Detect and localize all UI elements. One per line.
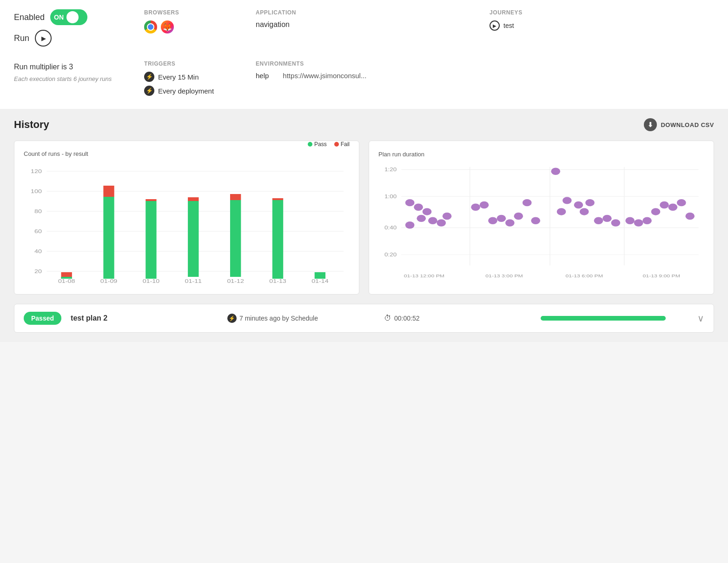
trigger-time: 7 minutes ago by Schedule — [239, 315, 318, 322]
trigger-item-1: ⚡ Every 15 Min — [144, 72, 246, 82]
toggle-circle — [66, 11, 79, 23]
svg-text:0:40: 0:40 — [384, 225, 397, 231]
charts-row: Count of runs - by result Pass Fail 120 — [14, 141, 714, 295]
svg-point-58 — [651, 208, 661, 215]
bar-01-10-fail — [146, 199, 156, 201]
bar-chart-svg: 120 100 80 60 40 20 — [24, 164, 350, 285]
run-item: Passed test plan 2 ⚡ 7 minutes ago by Sc… — [14, 304, 714, 333]
svg-text:1:00: 1:00 — [384, 194, 397, 199]
bar-01-12-fail — [230, 194, 241, 200]
journey-item: ▶ test — [490, 20, 714, 31]
environments-header: ENVIRONMENTS — [256, 60, 714, 67]
svg-text:01-09: 01-09 — [100, 278, 117, 284]
enabled-run-block: Enabled ON Run — [14, 9, 135, 47]
trigger-label-1: Every 15 Min — [158, 73, 199, 81]
svg-point-34 — [428, 217, 437, 224]
svg-point-62 — [685, 213, 695, 220]
top-section: Enabled ON Run BROWSERS APPLICATION navi… — [0, 0, 728, 60]
download-csv-label: DOWNLOAD CSV — [661, 121, 714, 128]
bar-chart-title: Count of runs - by result — [24, 150, 88, 157]
svg-point-35 — [437, 219, 446, 226]
passed-badge: Passed — [24, 312, 61, 325]
multiplier-title: Run multiplier is 3 — [14, 63, 135, 71]
duration-value: 00:00:52 — [394, 315, 420, 322]
run-play-button[interactable] — [35, 30, 52, 47]
svg-point-57 — [642, 217, 652, 224]
svg-point-60 — [668, 204, 678, 211]
chrome-icon — [144, 20, 157, 34]
svg-text:01-13 6:00 PM: 01-13 6:00 PM — [565, 273, 603, 278]
download-csv-button[interactable]: ⬇ DOWNLOAD CSV — [644, 118, 714, 131]
journey-name: test — [503, 22, 514, 29]
run-item-section: Passed test plan 2 ⚡ 7 minutes ago by Sc… — [0, 304, 728, 342]
svg-point-37 — [443, 213, 452, 220]
svg-point-46 — [551, 168, 560, 175]
svg-point-55 — [625, 217, 635, 224]
bar-chart-area: 120 100 80 60 40 20 — [24, 164, 350, 285]
svg-text:01-10: 01-10 — [143, 278, 159, 284]
svg-point-47 — [563, 197, 572, 204]
svg-point-43 — [514, 213, 523, 220]
svg-text:1:20: 1:20 — [384, 167, 397, 173]
progress-bar-container — [541, 316, 688, 321]
run-name: test plan 2 — [71, 314, 218, 322]
clock-icon: ⏱ — [384, 314, 391, 322]
svg-point-31 — [414, 204, 423, 211]
svg-point-32 — [423, 208, 432, 215]
scatter-chart-title: Plan run duration — [378, 151, 424, 158]
application-header: APPLICATION — [256, 9, 480, 16]
toggle-on-text: ON — [54, 13, 64, 21]
browsers-block: BROWSERS — [144, 9, 246, 47]
svg-point-36 — [405, 221, 415, 228]
legend-pass: Pass — [308, 141, 327, 147]
pass-label: Pass — [314, 141, 327, 147]
journeys-header: JOURNEYS — [490, 9, 714, 16]
browsers-header: BROWSERS — [144, 9, 246, 16]
browser-icons — [144, 20, 246, 34]
env-name: help — [256, 72, 269, 80]
trigger-bolt-icon: ⚡ — [227, 314, 237, 323]
svg-point-59 — [660, 201, 669, 208]
progress-bar — [541, 316, 666, 321]
trigger-bolt-icon-2: ⚡ — [144, 86, 154, 96]
bar-chart-legend: Pass Fail — [308, 141, 350, 147]
firefox-icon — [161, 20, 174, 34]
multiplier-block: Run multiplier is 3 Each execution start… — [14, 60, 135, 100]
triggers-block: TRIGGERS ⚡ Every 15 Min ⚡ Every deployme… — [144, 60, 246, 100]
bar-01-10-pass — [146, 201, 156, 279]
svg-text:20: 20 — [34, 268, 42, 275]
enabled-toggle[interactable]: ON — [50, 9, 87, 25]
application-value: navigation — [256, 20, 480, 29]
svg-text:01-12: 01-12 — [227, 278, 244, 284]
svg-point-38 — [471, 204, 480, 211]
svg-point-48 — [574, 201, 583, 208]
svg-text:01-13 12:00 PM: 01-13 12:00 PM — [404, 273, 444, 278]
environments-block: ENVIRONMENTS help https://www.jsimoncons… — [256, 60, 714, 100]
bar-01-12-pass — [230, 200, 241, 277]
svg-point-50 — [585, 199, 595, 206]
journey-play-icon: ▶ — [490, 20, 500, 31]
svg-text:01-14: 01-14 — [311, 278, 328, 284]
svg-point-45 — [531, 217, 540, 224]
svg-text:0:20: 0:20 — [384, 252, 397, 258]
trigger-bolt-icon-1: ⚡ — [144, 72, 154, 82]
svg-point-33 — [417, 215, 426, 222]
top-row2: Run multiplier is 3 Each execution start… — [0, 60, 728, 109]
scatter-area: 1:20 1:00 0:40 0:20 — [378, 162, 704, 283]
svg-point-53 — [602, 215, 612, 222]
pass-dot — [308, 142, 312, 147]
svg-point-41 — [497, 215, 506, 222]
fail-label: Fail — [341, 141, 350, 147]
enabled-label: Enabled — [14, 13, 45, 22]
svg-text:01-11: 01-11 — [185, 278, 202, 284]
env-url: https://www.jsimonconsul... — [283, 72, 366, 80]
svg-point-40 — [488, 217, 497, 224]
svg-text:40: 40 — [34, 248, 42, 255]
fail-dot — [334, 142, 339, 147]
scatter-chart-card: Plan run duration 1:20 1:00 0:40 0:20 — [369, 141, 714, 295]
triggers-header: TRIGGERS — [144, 60, 246, 67]
svg-text:100: 100 — [31, 188, 42, 194]
chevron-down-icon[interactable]: ∨ — [697, 313, 704, 324]
svg-text:01-13 9:00 PM: 01-13 9:00 PM — [642, 273, 680, 278]
svg-point-39 — [480, 201, 489, 208]
